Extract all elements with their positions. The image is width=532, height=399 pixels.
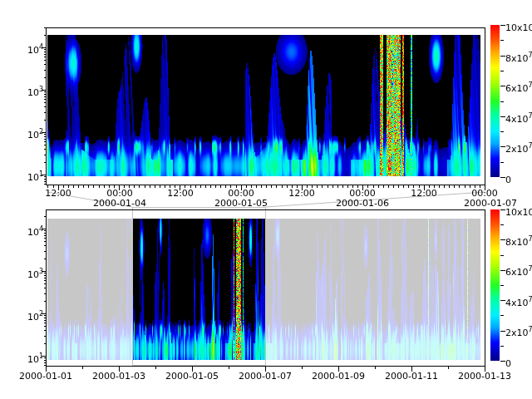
- colorbar-bottom-tick-label: 6x107: [505, 264, 532, 278]
- colorbar-bottom-tick-label: 2x107: [505, 324, 532, 338]
- context-mask-right: [266, 219, 480, 360]
- colorbar-top-tick-label: 2x107: [505, 140, 532, 155]
- detail-x-date-label: 2000-01-06: [336, 198, 389, 209]
- context-y-tick-label: 104: [15, 224, 43, 238]
- context-x-tick-label: 2000-01-13: [458, 371, 511, 382]
- colorbar-bottom[interactable]: [490, 209, 500, 361]
- context-y-tick-label: 103: [15, 266, 43, 280]
- colorbar-top[interactable]: [490, 25, 500, 177]
- spectrogram-window: 104 103 102 101 104 103 102 101 12:00 00…: [0, 0, 532, 399]
- context-x-tick-label: 2000-01-07: [239, 371, 292, 382]
- context-x-tick-label: 2000-01-05: [165, 371, 219, 382]
- detail-y-tick-label: 103: [15, 84, 43, 98]
- context-x-tick-label: 2000-01-03: [92, 371, 145, 382]
- detail-spectrogram-canvas[interactable]: [47, 35, 480, 176]
- colorbar-top-tick-label: 0: [505, 171, 511, 185]
- context-x-tick-label: 2000-01-11: [385, 371, 438, 382]
- colorbar-top-tick-label: 8x107: [505, 50, 532, 64]
- colorbar-bottom-tick-label: 8x107: [505, 234, 532, 248]
- context-mask-left: [47, 219, 132, 360]
- colorbar-top-tick-label: 10x107: [505, 19, 532, 33]
- colorbar-top-tick-label: 4x107: [505, 111, 532, 125]
- detail-x-tick-label: 12:00: [288, 188, 315, 199]
- detail-x-tick-label: 12:00: [45, 188, 71, 199]
- colorbar-bottom-tick-label: 10x107: [505, 204, 532, 218]
- detail-x-tick-label: 12:00: [411, 188, 437, 199]
- detail-x-date-label: 2000-01-04: [93, 198, 146, 209]
- context-x-tick-label: 2000-01-09: [312, 371, 365, 382]
- context-x-tick-label: 2000-01-01: [19, 371, 72, 382]
- selection-range-box[interactable]: [132, 207, 266, 366]
- detail-x-tick-label: 12:00: [167, 188, 194, 199]
- detail-x-date-label: 2000-01-05: [214, 198, 268, 209]
- colorbar-bottom-tick-label: 4x107: [505, 294, 532, 308]
- colorbar-bottom-tick-label: 0: [505, 355, 511, 369]
- detail-y-tick-label: 104: [15, 42, 43, 56]
- detail-y-tick-label: 101: [15, 169, 43, 183]
- context-y-tick-label: 102: [15, 308, 43, 323]
- colorbar-top-tick-label: 6x107: [505, 80, 532, 94]
- context-y-tick-label: 101: [15, 351, 43, 365]
- detail-y-tick-label: 102: [15, 126, 43, 140]
